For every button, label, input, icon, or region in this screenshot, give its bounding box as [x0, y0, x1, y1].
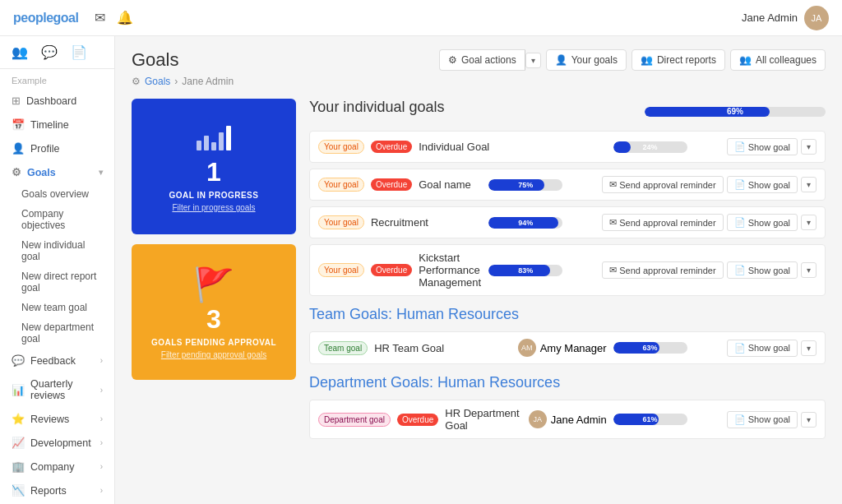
tag-your-goal-3: Your goal: [318, 215, 364, 229]
direct-reports-icon: 👥: [641, 54, 653, 66]
topbar-left: peoplegoal ✉ 🔔: [13, 10, 133, 25]
goal-actions-icon: ⚙: [448, 54, 457, 66]
reviews-icon: ⭐: [12, 413, 25, 425]
pending-sublabel[interactable]: Filter pending approval goals: [161, 350, 266, 359]
sidebar-icon-doc[interactable]: 📄: [71, 44, 87, 60]
sidebar-label-timeline: Timeline: [30, 119, 69, 131]
cards-column: 1 GOAL IN PROGRESS Filter in progress go…: [132, 99, 296, 445]
breadcrumb-sep: ›: [174, 76, 178, 87]
sidebar-item-new-department-goal[interactable]: New department goal: [21, 317, 114, 349]
bell-icon[interactable]: 🔔: [117, 10, 133, 25]
goal-dropdown-1[interactable]: ▾: [801, 139, 817, 155]
goal-progress-goalname: 75%: [488, 179, 595, 191]
individual-overall-label: 69%: [645, 107, 826, 117]
goal-name-kickstart: Kickstart Performance Management: [419, 252, 482, 289]
sidebar-icon-chat[interactable]: 💬: [41, 44, 58, 60]
show-goal-button-1[interactable]: 📄 Show goal: [727, 138, 798, 155]
pending-approval-card[interactable]: 🚩 3 GOALS PENDING APPROVAL Filter pendin…: [132, 244, 296, 380]
goal-progress-hr-team: 63%: [613, 342, 720, 354]
bar1: [197, 141, 201, 150]
goal-dropdown-dept[interactable]: ▾: [801, 412, 817, 428]
content-area: Goals ⚙ Goal actions ▾ 👤 Your goals 👥 Di…: [115, 36, 842, 504]
goal-name-recruitment: Recruitment: [371, 216, 482, 229]
goal-dropdown-team[interactable]: ▾: [801, 340, 817, 356]
label: Goals overview: [21, 188, 89, 200]
tag-dept-goal: Department goal: [318, 413, 391, 427]
development-icon: 📈: [12, 437, 25, 449]
mini-progress-wrap-1: 24%: [613, 141, 687, 153]
mini-progress-wrap-team: 63%: [613, 342, 687, 354]
show-goal-button-2[interactable]: 📄 Show goal: [727, 176, 798, 193]
goal-name-hr-team: HR Team Goal: [374, 342, 514, 354]
sidebar-goals-submenu: Goals overview Company objectives New in…: [0, 184, 114, 349]
quarterly-icon: 📊: [12, 384, 25, 396]
sidebar-item-profile[interactable]: 👤 Profile: [0, 136, 114, 160]
jane-admin-name: Jane Admin: [551, 414, 607, 426]
goal-dropdown-4[interactable]: ▾: [801, 262, 817, 278]
sidebar-item-new-direct-report-goal[interactable]: New direct report goal: [21, 266, 114, 298]
tag-overdue-dept: Overdue: [397, 414, 438, 426]
sidebar-item-new-team-goal[interactable]: New team goal: [21, 298, 114, 317]
send-reminder-button-4[interactable]: ✉ Send approval reminder: [602, 261, 723, 279]
goal-name-individual: Individual Goal: [419, 141, 606, 153]
sidebar-item-timeline[interactable]: 📅 Timeline: [0, 113, 114, 136]
goal-dropdown-3[interactable]: ▾: [801, 215, 817, 230]
direct-reports-button[interactable]: 👥 Direct reports: [632, 49, 725, 71]
bar5: [226, 126, 231, 150]
in-progress-sublabel[interactable]: Filter in progress goals: [172, 203, 255, 212]
sidebar-item-development[interactable]: 📈 Development ›: [0, 431, 114, 455]
mini-progress-label-dept: 61%: [613, 414, 687, 425]
your-goals-button[interactable]: 👤 Your goals: [546, 49, 627, 71]
goal-actions-kickstart: ✉ Send approval reminder 📄 Show goal ▾: [602, 261, 817, 279]
show-goal-button-team[interactable]: 📄 Show goal: [727, 340, 798, 357]
sidebar-label-development: Development: [30, 437, 91, 449]
sidebar-item-company[interactable]: 🏢 Company ›: [0, 455, 114, 479]
mini-progress-label-3: 94%: [488, 217, 562, 229]
sidebar-item-dashboard[interactable]: ⊞ Dashboard: [0, 89, 114, 113]
breadcrumb-goals-link[interactable]: Goals: [145, 76, 170, 87]
show-goal-icon-3: 📄: [734, 217, 746, 228]
goals-column: Your individual goals 69% You: [309, 99, 826, 445]
mini-progress-label-4: 83%: [488, 265, 562, 276]
label: Company objectives: [21, 208, 103, 231]
sidebar-item-goals-overview[interactable]: Goals overview: [21, 184, 114, 204]
sidebar-label-reviews: Reviews: [30, 414, 69, 425]
mini-progress-wrap-3: 94%: [488, 217, 562, 229]
all-colleagues-button[interactable]: 👥 All colleagues: [730, 49, 826, 71]
mini-progress-wrap-dept: 61%: [613, 414, 687, 425]
mail-icon[interactable]: ✉: [95, 10, 105, 25]
logo: peoplegoal: [13, 11, 78, 25]
sidebar-icon-team[interactable]: 👥: [12, 44, 28, 60]
send-reminder-button-2[interactable]: ✉ Send approval reminder: [602, 176, 723, 193]
sidebar-item-feedback[interactable]: 💬 Feedback ›: [0, 349, 114, 372]
show-goal-button-dept[interactable]: 📄 Show goal: [727, 411, 798, 428]
pending-number: 3: [206, 304, 221, 335]
goal-actions-label: Goal actions: [461, 54, 516, 66]
flag-icon: 🚩: [193, 266, 234, 304]
reminder-icon-4: ✉: [609, 265, 617, 275]
in-progress-card[interactable]: 1 GOAL IN PROGRESS Filter in progress go…: [132, 99, 296, 234]
goal-actions-dropdown[interactable]: ▾: [525, 53, 541, 68]
goal-progress-recruitment: 94%: [488, 217, 595, 229]
sidebar-item-quarterly-reviews[interactable]: 📊 Quarterly reviews ›: [0, 372, 114, 407]
sidebar-item-reports[interactable]: 📉 Reports ›: [0, 479, 114, 502]
sidebar-item-goals[interactable]: ⚙ Goals ▾: [0, 160, 114, 184]
amy-manager-name: Amy Manager: [540, 342, 607, 354]
sidebar-item-reviews[interactable]: ⭐ Reviews ›: [0, 407, 114, 431]
sidebar-item-company-objectives[interactable]: Company objectives: [21, 204, 114, 235]
goal-name-goalname: Goal name: [419, 178, 482, 191]
team-goals-section: Team Goals: Human Resources Team goal HR…: [309, 306, 826, 364]
bar4: [219, 132, 224, 150]
sidebar-item-new-individual-goal[interactable]: New individual goal: [21, 235, 114, 266]
send-reminder-button-3[interactable]: ✉ Send approval reminder: [602, 214, 723, 231]
all-colleagues-icon: 👥: [739, 54, 752, 66]
show-goal-icon-1: 📄: [734, 141, 746, 152]
goal-actions-button[interactable]: ⚙ Goal actions: [439, 49, 525, 71]
hr-dept-goal-person-info: HR Department Goal JA Jane Admin: [445, 407, 606, 432]
goal-actions-individual: 📄 Show goal ▾: [727, 138, 817, 155]
goal-row-recruitment: Your goal Recruitment 94% ✉ Send approva…: [309, 206, 826, 238]
show-goal-button-3[interactable]: 📄 Show goal: [727, 214, 798, 231]
goal-dropdown-2[interactable]: ▾: [801, 177, 817, 192]
show-goal-button-4[interactable]: 📄 Show goal: [727, 261, 798, 279]
topbar: peoplegoal ✉ 🔔 Jane Admin JA: [0, 0, 842, 36]
